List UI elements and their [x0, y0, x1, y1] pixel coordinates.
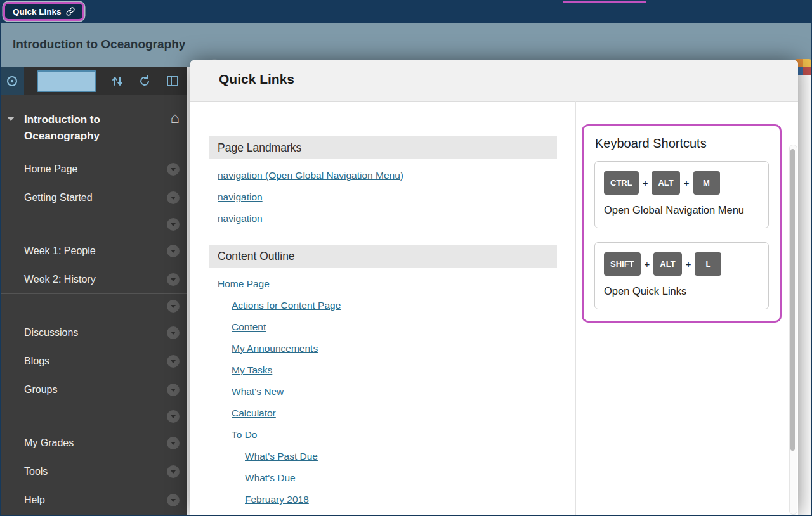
link-icon	[66, 7, 75, 16]
sidebar-item-home-page[interactable]: Home Page	[0, 155, 187, 183]
outline-link-anchor[interactable]: What's New	[232, 386, 284, 397]
keycap: SHIFT	[604, 252, 641, 276]
sidebar-item-week2[interactable]: Week 2: History	[0, 265, 187, 293]
sidebar-item-label: Week 2: History	[24, 274, 96, 285]
outline-link-anchor[interactable]: Calculator	[232, 408, 276, 418]
modal-header: Quick Links	[190, 60, 798, 102]
outline-link-anchor[interactable]: Content	[232, 321, 266, 332]
modal-title: Quick Links	[219, 72, 294, 87]
landmark-link-anchor[interactable]: navigation (Open Global Navigation Menu)	[218, 170, 403, 181]
hide-link-chevron[interactable]	[167, 355, 180, 368]
screen: Quick Links Introduction to Oceanography…	[0, 0, 812, 516]
keycap: CTRL	[604, 171, 639, 195]
outline-link-anchor[interactable]: My Tasks	[232, 364, 272, 375]
hide-link-chevron[interactable]	[167, 300, 180, 313]
modal-scrollbar[interactable]	[789, 145, 797, 515]
keycap: M	[693, 171, 720, 195]
hide-link-chevron[interactable]	[167, 410, 180, 423]
outline-link: Actions for Content Page	[218, 295, 557, 316]
course-title: Introduction to Oceanography	[13, 37, 185, 51]
landmark-link-anchor[interactable]: navigation	[218, 213, 263, 224]
shortcut-card: CTRL + ALT + M Open Global Navigation Me…	[594, 161, 769, 228]
sidebar-item-blogs[interactable]: Blogs	[0, 347, 187, 375]
refresh-icon[interactable]	[138, 75, 151, 87]
hide-link-chevron[interactable]	[167, 163, 180, 176]
landmark-link: navigation	[218, 186, 557, 208]
sidebar-item-label: My Grades	[24, 437, 74, 449]
sidebar-item-getting-started[interactable]: Getting Started	[0, 183, 187, 212]
sidebar-item-label: Home Page	[24, 164, 78, 175]
outline-link: February 2018	[218, 489, 557, 510]
sidebar-item-help[interactable]: Help	[0, 486, 187, 514]
outline-link-anchor[interactable]: February 2018	[245, 494, 309, 505]
sidebar-item-label: Groups	[24, 384, 57, 396]
hide-link-chevron[interactable]	[167, 273, 180, 286]
outline-link-anchor[interactable]: What's Due	[245, 472, 296, 483]
outline-link-anchor[interactable]: Actions for Content Page	[232, 300, 341, 311]
hide-link-chevron[interactable]	[167, 191, 180, 204]
keyboard-shortcuts-heading: Keyboard Shortcuts	[595, 136, 780, 151]
landmark-link: navigation (Open Global Navigation Menu)	[218, 165, 557, 186]
quick-links-button[interactable]: Quick Links	[3, 2, 84, 21]
outline-link: My Tasks	[218, 359, 557, 381]
shortcut-label: Open Global Navigation Menu	[604, 202, 759, 218]
hide-link-chevron[interactable]	[167, 465, 180, 478]
sidebar-course-title: Introduction to Oceanography	[24, 112, 159, 145]
sidebar-item-label: Week 1: People	[24, 245, 96, 257]
outline-link-anchor[interactable]: Home Page	[218, 278, 270, 289]
course-menu-sidebar: Introduction to Oceanography ⌂ Home Page…	[0, 67, 187, 516]
keycap: ALT	[653, 252, 681, 276]
outline-link-anchor[interactable]: What's Past Due	[245, 451, 318, 461]
sidebar-item-label: Discussions	[24, 327, 78, 339]
landmark-link-anchor[interactable]: navigation	[218, 191, 263, 202]
top-bar: Quick Links	[0, 0, 812, 23]
hide-link-chevron[interactable]	[167, 494, 180, 506]
sort-arrows-icon[interactable]	[112, 75, 123, 87]
sidebar-item-label: Tools	[24, 466, 48, 477]
hide-link-chevron[interactable]	[167, 384, 180, 396]
scrollbar-thumb[interactable]	[790, 149, 795, 451]
keyboard-shortcuts-panel: Keyboard Shortcuts CTRL + ALT + M Open G…	[582, 124, 782, 323]
content-outline-heading: Content Outline	[209, 245, 557, 268]
menu-view-toggle[interactable]	[37, 70, 96, 92]
outline-link: What's New	[218, 381, 557, 403]
landmark-link: navigation	[218, 208, 557, 229]
page-landmarks-heading: Page Landmarks	[209, 136, 557, 159]
shortcut-keys: SHIFT + ALT + L	[604, 252, 759, 276]
outline-link-anchor[interactable]: To Do	[232, 429, 258, 440]
column-divider	[575, 101, 576, 516]
sidebar-item-discussions[interactable]: Discussions	[0, 318, 187, 347]
sidebar-item-label: Help	[24, 494, 45, 506]
outline-link: Content	[218, 316, 557, 338]
outline-link: Home Page	[218, 273, 557, 295]
shortcut-card: SHIFT + ALT + L Open Quick Links	[594, 242, 769, 309]
hide-link-chevron[interactable]	[167, 326, 180, 339]
outline-link: Calculator	[218, 403, 557, 424]
hide-link-chevron[interactable]	[167, 218, 180, 231]
hide-link-chevron[interactable]	[167, 437, 180, 449]
open-window-icon[interactable]	[166, 75, 179, 87]
plus-separator: +	[645, 259, 650, 269]
hide-link-chevron[interactable]	[167, 245, 180, 257]
outline-link: My Announcements	[218, 338, 557, 359]
collapse-caret-icon[interactable]	[7, 117, 15, 121]
menu-target-icon[interactable]	[0, 67, 24, 95]
sidebar-divider	[0, 293, 187, 318]
plus-separator: +	[643, 177, 648, 188]
quick-links-button-label: Quick Links	[13, 7, 62, 16]
sidebar-item-groups[interactable]: Groups	[0, 375, 187, 404]
page-landmarks-list: navigation (Open Global Navigation Menu)…	[209, 159, 557, 231]
home-icon: ⌂	[171, 110, 180, 126]
content-outline-list: Home Page Actions for Content Page Conte…	[209, 268, 557, 512]
sidebar-item-week1[interactable]: Week 1: People	[0, 236, 187, 265]
modal-body: Page Landmarks navigation (Open Global N…	[190, 101, 798, 516]
sidebar-item-label: Blogs	[24, 356, 49, 367]
outline-link: What's Due	[218, 467, 557, 489]
sidebar-course-header[interactable]: Introduction to Oceanography ⌂	[0, 95, 187, 155]
outline-link-anchor[interactable]: My Announcements	[232, 343, 318, 354]
sidebar-item-tools[interactable]: Tools	[0, 457, 187, 486]
course-menu: Home Page Getting Started Week 1: People…	[0, 155, 187, 514]
sidebar-item-my-grades[interactable]: My Grades	[0, 429, 187, 457]
quick-links-modal: Quick Links Page Landmarks navigation (O…	[190, 60, 798, 516]
shortcut-label: Open Quick Links	[604, 283, 759, 299]
